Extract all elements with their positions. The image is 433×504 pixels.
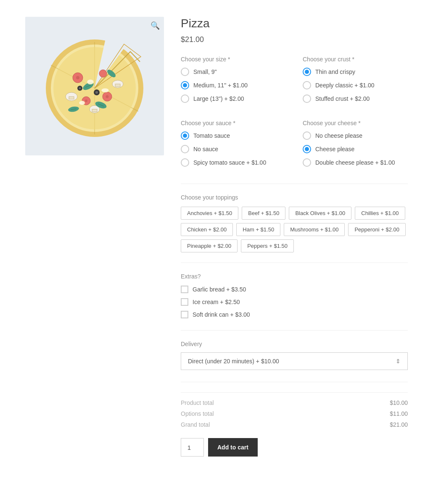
extra-garlic-item[interactable]: Garlic bread + $3.50: [181, 286, 408, 293]
extra-garlic-checkbox[interactable]: [181, 286, 188, 293]
sauce-spicy-item[interactable]: Spicy tomato sauce + $1.00: [181, 158, 286, 167]
crust-stuffed-radio[interactable]: [303, 94, 311, 103]
crust-thin-radio[interactable]: [303, 68, 311, 76]
sauce-cheese-grid: Choose your sauce * Tomato sauce No sauc…: [181, 120, 408, 172]
page-wrapper: 🔍: [0, 0, 433, 473]
delivery-arrows-icon: ⇕: [396, 358, 401, 365]
extra-drink-checkbox[interactable]: [181, 311, 188, 318]
grand-total-value: $21.00: [390, 421, 408, 428]
sauce-spicy-label: Spicy tomato sauce + $1.00: [193, 159, 266, 166]
topping-chillies[interactable]: Chillies + $1.00: [355, 207, 405, 220]
product-column: Pizza $21.00 Choose your size * Small, 9…: [181, 17, 408, 457]
delivery-section: Delivery Direct (under 20 minutes) + $10…: [181, 341, 408, 370]
sauce-spicy-radio[interactable]: [181, 158, 189, 167]
extra-ice-checkbox[interactable]: [181, 298, 188, 306]
divider-1: [181, 184, 408, 184]
cheese-yes-radio[interactable]: [303, 145, 311, 153]
sauce-group: Choose your sauce * Tomato sauce No sauc…: [181, 120, 286, 172]
svg-point-10: [85, 100, 87, 102]
svg-point-11: [99, 70, 107, 77]
cheese-double-label: Double cheese please + $1.00: [315, 159, 395, 166]
sauce-tomato-item[interactable]: Tomato sauce: [181, 131, 286, 140]
svg-rect-13: [69, 97, 74, 99]
size-large-radio[interactable]: [181, 94, 189, 103]
crust-stuffed-label: Stuffed crust + $2.00: [315, 95, 370, 102]
extra-drink-item[interactable]: Soft drink can + $3.00: [181, 311, 408, 318]
size-group-label: Choose your size *: [181, 56, 286, 63]
add-to-cart-button[interactable]: Add to cart: [208, 438, 258, 457]
svg-point-28: [79, 87, 81, 89]
zoom-icon[interactable]: 🔍: [150, 21, 160, 30]
size-large-label: Large (13") + $2.00: [193, 95, 244, 102]
topping-pepperoni[interactable]: Pepperoni + $2.00: [348, 223, 406, 236]
cheese-yes-item[interactable]: Cheese please: [303, 145, 408, 153]
topping-beef[interactable]: Beef + $1.50: [242, 207, 285, 220]
topping-mushrooms[interactable]: Mushrooms + $1.00: [284, 223, 345, 236]
size-medium-radio[interactable]: [181, 81, 189, 89]
cheese-group-label: Choose your cheese *: [303, 120, 408, 126]
product-title: Pizza: [181, 17, 408, 30]
topping-peppers[interactable]: Peppers + $1.50: [241, 239, 294, 252]
image-column: 🔍: [25, 17, 164, 155]
svg-point-6: [76, 76, 79, 79]
size-medium-label: Medium, 11" + $1.00: [193, 82, 248, 89]
crust-thin-item[interactable]: Thin and crispy: [303, 68, 408, 76]
product-total-value: $10.00: [390, 399, 408, 406]
quantity-input[interactable]: [181, 438, 204, 457]
crust-stuffed-item[interactable]: Stuffed crust + $2.00: [303, 94, 408, 103]
topping-anchovies[interactable]: Anchovies + $1.50: [181, 207, 238, 220]
divider-2: [181, 262, 408, 263]
topping-black-olives[interactable]: Black Olives + $1.00: [289, 207, 351, 220]
cheese-group: Choose your cheese * No cheese please Ch…: [303, 120, 408, 172]
delivery-selected-option: Direct (under 20 minutes) + $10.00: [188, 358, 279, 365]
size-small-item[interactable]: Small, 9": [181, 68, 286, 76]
svg-point-29: [87, 79, 94, 84]
crust-deep-item[interactable]: Deeply classic + $1.00: [303, 81, 408, 89]
cheese-none-item[interactable]: No cheese please: [303, 131, 408, 140]
extra-ice-item[interactable]: Ice cream + $2.50: [181, 298, 408, 306]
size-small-radio[interactable]: [181, 68, 189, 76]
product-total-label: Product total: [181, 399, 214, 406]
sauce-none-radio[interactable]: [181, 145, 189, 153]
totals-section: Product total $10.00 Options total $11.0…: [181, 392, 408, 428]
options-total-row: Options total $11.00: [181, 410, 408, 417]
extras-label: Extras?: [181, 273, 408, 280]
topping-ham[interactable]: Ham + $1.50: [236, 223, 280, 236]
extra-ice-label: Ice cream + $2.50: [193, 299, 240, 305]
topping-chicken[interactable]: Chicken + $2.00: [181, 223, 233, 236]
svg-rect-17: [92, 109, 97, 112]
delivery-select[interactable]: Direct (under 20 minutes) + $10.00 ⇕: [181, 352, 408, 370]
crust-deep-radio[interactable]: [303, 81, 311, 89]
extras-section: Extras? Garlic bread + $3.50 Ice cream +…: [181, 273, 408, 318]
svg-point-30: [101, 88, 109, 92]
cheese-none-label: No cheese please: [315, 132, 362, 139]
sauce-tomato-label: Tomato sauce: [193, 132, 230, 139]
pizza-illustration: [40, 32, 149, 141]
product-price: $21.00: [181, 35, 408, 44]
cart-section: Add to cart: [181, 438, 408, 457]
cheese-none-radio[interactable]: [303, 131, 311, 140]
svg-point-31: [79, 101, 85, 105]
cheese-double-radio[interactable]: [303, 158, 311, 167]
topping-pineapple[interactable]: Pineapple + $2.00: [181, 239, 238, 252]
crust-group-label: Choose your crust *: [303, 56, 408, 63]
sauce-tomato-radio[interactable]: [181, 131, 189, 140]
crust-deep-label: Deeply classic + $1.00: [315, 82, 374, 89]
options-total-label: Options total: [181, 410, 214, 417]
size-medium-item[interactable]: Medium, 11" + $1.00: [181, 81, 286, 89]
cheese-double-item[interactable]: Double cheese please + $1.00: [303, 158, 408, 167]
size-large-item[interactable]: Large (13") + $2.00: [181, 94, 286, 103]
toppings-grid: Anchovies + $1.50 Beef + $1.50 Black Oli…: [181, 207, 408, 252]
size-group: Choose your size * Small, 9" Medium, 11"…: [181, 56, 286, 108]
divider-4: [181, 382, 408, 382]
grand-total-row: Grand total $21.00: [181, 421, 408, 428]
sauce-none-label: No sauce: [193, 146, 218, 152]
divider-3: [181, 330, 408, 331]
cheese-yes-label: Cheese please: [315, 146, 354, 152]
size-small-label: Small, 9": [193, 68, 217, 75]
sauce-group-label: Choose your sauce *: [181, 120, 286, 126]
product-total-row: Product total $10.00: [181, 399, 408, 406]
delivery-label: Delivery: [181, 341, 408, 347]
sauce-none-item[interactable]: No sauce: [181, 145, 286, 153]
svg-point-26: [95, 91, 98, 94]
